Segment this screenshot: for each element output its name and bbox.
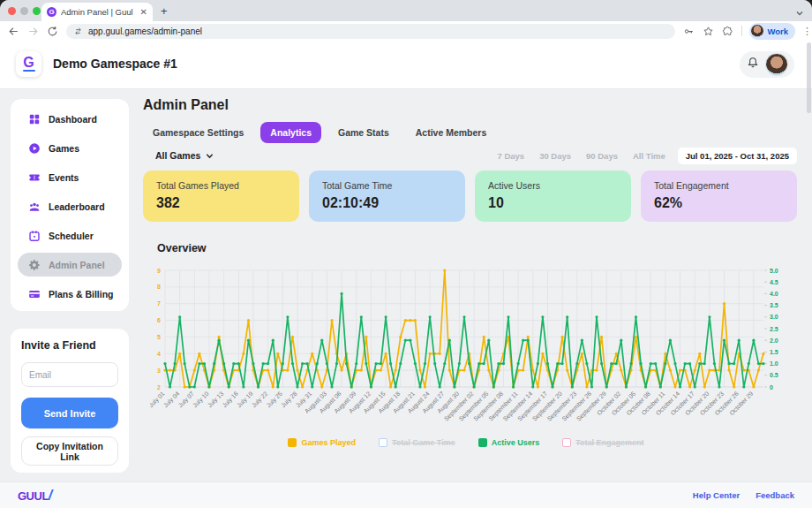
range-all-time[interactable]: All Time (633, 151, 665, 161)
tab-gamespace-settings[interactable]: Gamespace Settings (143, 122, 253, 143)
tab-game-stats[interactable]: Game Stats (328, 122, 399, 143)
data-point (193, 385, 196, 388)
stat-label: Total Engagement (654, 180, 784, 191)
tab-close-icon[interactable]: ✕ (140, 7, 147, 17)
copy-invitation-link-button[interactable]: Copy Invitation Link (21, 436, 118, 466)
data-point (232, 362, 235, 365)
sidebar-item-dashboard[interactable]: Dashboard (11, 104, 129, 133)
sidebar-item-admin-panel[interactable]: Admin Panel (11, 250, 129, 279)
data-point (385, 315, 387, 318)
stat-card-total-game-time: Total Game Time 02:10:49 (309, 171, 465, 222)
game-filter-value: All Games (155, 150, 200, 161)
y-axis-right-label: 0.5 (770, 372, 778, 378)
data-point (703, 362, 706, 365)
gear-icon (28, 259, 41, 271)
data-point (483, 336, 485, 338)
reload-icon[interactable] (47, 26, 58, 37)
site-info-icon[interactable] (73, 27, 83, 36)
data-point (448, 369, 451, 372)
data-point (360, 315, 363, 318)
data-point (429, 353, 432, 355)
range-7-days[interactable]: 7 Days (497, 151, 524, 161)
data-point (625, 385, 628, 388)
data-point (522, 369, 524, 372)
data-point (242, 385, 244, 388)
scrollbar-thumb[interactable] (807, 42, 811, 113)
data-point (713, 362, 716, 365)
data-point (296, 385, 298, 388)
data-point (664, 353, 666, 355)
data-point (512, 385, 515, 388)
data-point (527, 336, 530, 338)
notifications-bell-icon[interactable] (746, 56, 760, 73)
data-point (399, 336, 402, 338)
toolbar-divider (741, 26, 742, 36)
data-point (561, 362, 564, 365)
data-point (439, 353, 441, 355)
legend-item-games-played[interactable]: Games Played (288, 438, 356, 447)
help-center-link[interactable]: Help Center (693, 490, 740, 500)
sidebar-item-scheduler[interactable]: Scheduler (11, 221, 129, 250)
data-point (585, 385, 588, 388)
sidebar-item-games[interactable]: Games (11, 133, 129, 163)
profile-chip[interactable]: Work (749, 23, 795, 40)
data-point (600, 336, 603, 338)
data-point (694, 369, 696, 372)
data-point (644, 385, 647, 388)
data-point (301, 362, 304, 365)
y-axis-right-label: 2.5 (770, 326, 778, 332)
bookmark-star-icon[interactable] (703, 26, 714, 37)
legend-swatch (288, 438, 297, 447)
email-field[interactable] (21, 362, 118, 387)
data-point (247, 339, 250, 342)
new-tab-button[interactable]: + (161, 4, 168, 18)
stat-value: 10 (488, 195, 618, 211)
back-icon[interactable] (8, 26, 19, 37)
data-point (365, 362, 367, 365)
date-range-picker[interactable]: Jul 01, 2025 - Oct 31, 2025 (678, 148, 797, 164)
data-point (414, 362, 417, 365)
legend-item-total-game-time[interactable]: Total Game Time (379, 438, 455, 447)
range-options: 7 Days 30 Days 90 Days All Time (497, 151, 665, 161)
browser-menu-icon[interactable]: ⋮ (802, 26, 812, 37)
data-point (698, 362, 701, 365)
legend-item-active-users[interactable]: Active Users (478, 438, 540, 447)
tab-active-members[interactable]: Active Members (406, 122, 497, 143)
data-point (262, 362, 265, 365)
game-filter-dropdown[interactable]: All Games (155, 150, 214, 161)
data-point (679, 385, 681, 388)
forward-icon[interactable] (27, 26, 39, 37)
tab-title: Admin Panel | Guul (61, 7, 137, 17)
data-point (733, 385, 735, 388)
data-point (207, 385, 210, 388)
data-point (708, 315, 710, 318)
tab-analytics[interactable]: Analytics (260, 122, 321, 143)
guul-logo[interactable]: G (16, 51, 41, 77)
user-avatar[interactable] (765, 53, 788, 76)
data-point (738, 339, 741, 342)
url-bar[interactable]: app.guul.games/admin-panel (66, 24, 675, 39)
profile-label: Work (767, 27, 788, 36)
sidebar-item-events[interactable]: Events (11, 163, 129, 192)
feedback-link[interactable]: Feedback (756, 490, 794, 500)
sidebar-item-leaderboard[interactable]: Leaderboard (11, 192, 129, 221)
window-minimize-button[interactable] (20, 7, 28, 15)
window-close-button[interactable] (8, 7, 16, 15)
browser-tab[interactable]: G Admin Panel | Guul ✕ (41, 3, 153, 21)
legend-swatch (379, 438, 387, 447)
range-30-days[interactable]: 30 Days (539, 151, 571, 161)
data-point (600, 362, 603, 365)
extensions-puzzle-icon[interactable] (722, 26, 733, 37)
range-90-days[interactable]: 90 Days (586, 151, 618, 161)
legend-item-total-engagement[interactable]: Total Engagement (562, 438, 643, 447)
y-axis-left-label: 3 (157, 368, 161, 374)
sidebar-item-plans-billing[interactable]: Plans & Billing (11, 279, 129, 308)
data-point (272, 339, 274, 342)
tab-search-chevron-icon[interactable] (795, 5, 804, 21)
sidebar-nav: Dashboard Games Events Leaderboard Sched… (11, 99, 129, 311)
send-invite-button[interactable]: Send Invite (21, 398, 118, 428)
password-key-icon[interactable] (683, 26, 695, 37)
window-zoom-button[interactable] (33, 7, 41, 15)
data-point (174, 362, 177, 365)
stats-row: Total Games Played 382 Total Game Time 0… (143, 171, 797, 222)
